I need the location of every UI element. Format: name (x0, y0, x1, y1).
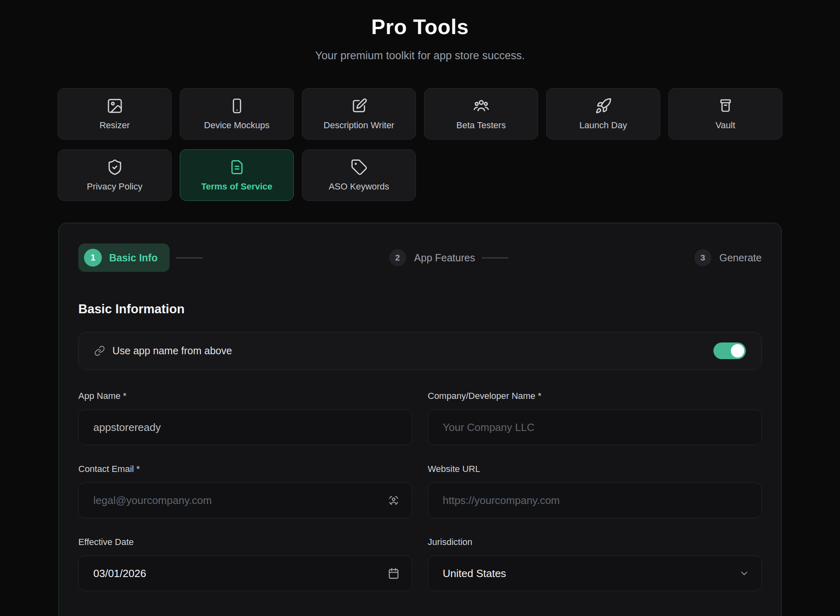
page-subtitle: Your premium toolkit for app store succe… (0, 50, 840, 62)
tool-privacy-policy[interactable]: Privacy Policy (58, 149, 172, 201)
basic-info-form: App Name * Company/Developer Name * Cont… (78, 391, 762, 591)
step-group-basic-info: 1 Basic Info (78, 243, 203, 272)
chevron-down-icon (739, 568, 750, 579)
tool-device-mockups[interactable]: Device Mockups (180, 88, 294, 140)
step-number-badge: 2 (389, 249, 406, 266)
field-contact-email: Contact Email * (78, 464, 412, 518)
effective-date-input[interactable] (78, 556, 412, 591)
field-label: Website URL (428, 464, 762, 474)
tool-label: Launch Day (579, 120, 627, 131)
field-label: Effective Date (78, 537, 412, 547)
stepper: 1 Basic Info 2 App Features 3 Generate (78, 243, 762, 272)
section-title: Basic Information (78, 302, 762, 317)
step-basic-info[interactable]: 1 Basic Info (78, 243, 170, 272)
step-label: Basic Info (109, 252, 157, 264)
step-group-app-features: 2 App Features (389, 249, 508, 266)
edit-square-icon (351, 97, 368, 114)
tool-label: Resizer (99, 120, 130, 131)
contact-email-input[interactable] (78, 482, 412, 518)
company-name-input[interactable] (428, 409, 762, 445)
step-number-badge: 3 (694, 249, 711, 266)
field-company-name: Company/Developer Name * (428, 391, 762, 445)
page-header: Pro Tools Your premium toolkit for app s… (0, 0, 840, 62)
rocket-icon (595, 97, 612, 114)
tool-label: Description Writer (323, 120, 394, 131)
tool-label: Privacy Policy (87, 181, 142, 192)
file-text-icon (228, 159, 246, 176)
step-label: Generate (719, 252, 762, 264)
step-number-badge: 1 (84, 249, 102, 267)
tool-label: ASO Keywords (329, 181, 389, 192)
tool-label: Vault (715, 120, 735, 131)
users-icon (473, 97, 490, 114)
use-app-name-switch[interactable] (713, 342, 746, 359)
smartphone-icon (228, 97, 246, 114)
jurisdiction-select[interactable]: United States (428, 556, 762, 591)
calendar-icon[interactable] (387, 567, 400, 580)
tool-label: Beta Testers (457, 120, 506, 131)
field-label: App Name * (78, 391, 412, 401)
field-effective-date: Effective Date (78, 537, 412, 591)
tool-resizer[interactable]: Resizer (58, 88, 172, 140)
field-label: Company/Developer Name * (428, 391, 762, 401)
field-label: Contact Email * (78, 464, 412, 474)
shield-check-icon (106, 159, 123, 176)
toggle-left: Use app name from above (94, 345, 232, 357)
step-connector (176, 257, 203, 258)
field-jurisdiction: Jurisdiction United States (428, 537, 762, 591)
field-website-url: Website URL (428, 464, 762, 518)
tag-icon (351, 159, 368, 176)
field-label: Jurisdiction (428, 537, 762, 547)
use-app-name-toggle-row: Use app name from above (78, 332, 762, 370)
tool-aso-keywords[interactable]: ASO Keywords (302, 149, 416, 201)
toggle-label: Use app name from above (112, 345, 232, 357)
tool-description-writer[interactable]: Description Writer (302, 88, 416, 140)
website-url-input[interactable] (428, 482, 762, 518)
tool-panel-card: 1 Basic Info 2 App Features 3 Generate B… (58, 223, 782, 616)
step-label: App Features (414, 252, 475, 264)
tool-vault[interactable]: Vault (668, 88, 782, 140)
step-generate[interactable]: 3 Generate (694, 249, 762, 266)
tool-beta-testers[interactable]: Beta Testers (424, 88, 538, 140)
tool-label: Terms of Service (201, 181, 273, 192)
jurisdiction-selected-value: United States (443, 567, 506, 580)
tool-label: Device Mockups (204, 120, 269, 131)
contact-autofill-icon[interactable] (387, 494, 400, 507)
link-icon (94, 345, 105, 356)
page-title: Pro Tools (0, 15, 840, 39)
step-group-generate: 3 Generate (694, 249, 762, 266)
archive-icon (717, 97, 734, 114)
field-app-name: App Name * (78, 391, 412, 445)
switch-knob (731, 344, 744, 358)
step-app-features[interactable]: 2 App Features (389, 249, 475, 266)
tool-terms-of-service[interactable]: Terms of Service (180, 149, 294, 201)
tool-launch-day[interactable]: Launch Day (546, 88, 660, 140)
step-connector (482, 257, 508, 258)
tool-grid: Resizer Device Mockups Description Write… (58, 88, 782, 201)
app-name-input[interactable] (78, 409, 412, 445)
image-icon (106, 97, 123, 114)
